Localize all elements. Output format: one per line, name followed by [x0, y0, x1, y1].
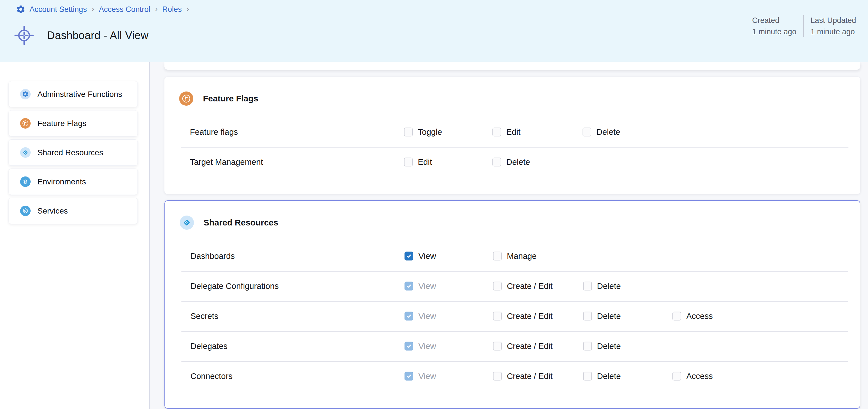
checkbox-label: Delete: [596, 128, 620, 137]
breadcrumb-account-settings[interactable]: Account Settings: [29, 5, 87, 14]
sidebar-item-environments[interactable]: Environments: [8, 169, 138, 195]
sidebar-item-label: Shared Resources: [37, 148, 103, 157]
checkbox[interactable]: [493, 252, 502, 261]
checkbox[interactable]: [493, 282, 502, 291]
sidebar-item-shared-resources[interactable]: Shared Resources: [8, 139, 138, 166]
sidebar-item-feature-flags[interactable]: Feature Flags: [8, 110, 138, 137]
permission-view[interactable]: View: [405, 251, 436, 261]
flag-icon: [179, 92, 193, 106]
permission-access[interactable]: Access: [673, 372, 713, 381]
checkbox-label: Create / Edit: [507, 281, 553, 291]
last-updated-value: 1 minute ago: [810, 26, 856, 37]
breadcrumb: Account Settings › Access Control › Role…: [16, 4, 190, 14]
checkbox[interactable]: [583, 372, 592, 381]
permission-row: Delegate Configurations View Create / Ed…: [165, 271, 860, 301]
checkbox-label: View: [418, 342, 436, 351]
checkbox: [405, 372, 413, 381]
gear-icon: [20, 89, 31, 99]
checkbox-label: View: [418, 251, 436, 261]
permission-access[interactable]: Access: [673, 312, 713, 321]
checkbox[interactable]: [583, 312, 592, 320]
breadcrumb-separator-icon: ›: [186, 4, 190, 13]
sidebar-item-adminstrative-functions[interactable]: Adminstrative Functions: [8, 81, 138, 107]
permission-cards: Feature Flags Feature flags Toggle Edit …: [164, 77, 860, 409]
permission-delete[interactable]: Delete: [492, 158, 530, 167]
resource-name: Feature flags: [190, 128, 238, 137]
card-title: Shared Resources: [204, 218, 278, 228]
resource-name: Target Management: [190, 158, 263, 167]
breadcrumb-separator-icon: ›: [154, 4, 158, 13]
checkbox-label: Toggle: [418, 128, 442, 137]
layers-icon: [20, 176, 31, 187]
permission-delete[interactable]: Delete: [583, 342, 621, 351]
permission-edit[interactable]: Edit: [404, 158, 432, 167]
checkbox-label: View: [418, 281, 436, 291]
checkbox[interactable]: [492, 128, 501, 137]
checkbox-label: Access: [686, 372, 713, 381]
page-header: Account Settings › Access Control › Role…: [0, 0, 868, 62]
checkbox[interactable]: [493, 372, 502, 381]
checkbox[interactable]: [673, 312, 681, 320]
timestamps: Created 1 minute ago Last Updated 1 minu…: [745, 15, 863, 37]
breadcrumb-access-control[interactable]: Access Control: [99, 5, 151, 14]
permission-create-edit[interactable]: Create / Edit: [493, 342, 553, 351]
permission-delete[interactable]: Delete: [583, 312, 621, 321]
permission-edit[interactable]: Edit: [492, 128, 521, 137]
permission-delete[interactable]: Delete: [583, 128, 620, 137]
sidebar-item-services[interactable]: Services: [8, 198, 138, 224]
diamond-dots-icon: [20, 147, 31, 158]
resource-name: Connectors: [190, 372, 232, 381]
checkbox[interactable]: [404, 158, 413, 167]
permission-manage[interactable]: Manage: [493, 251, 537, 261]
permission-view: View: [405, 342, 436, 351]
permission-row: Secrets View Create / Edit Delete Access: [165, 301, 860, 331]
permission-delete[interactable]: Delete: [583, 372, 621, 381]
checkbox[interactable]: [673, 372, 681, 381]
checkbox[interactable]: [493, 342, 502, 351]
breadcrumb-roles[interactable]: Roles: [162, 5, 182, 14]
role-crosshair-icon: [13, 25, 35, 46]
permission-toggle[interactable]: Toggle: [404, 128, 442, 137]
sidebar-item-label: Feature Flags: [37, 119, 87, 128]
last-updated-block: Last Updated 1 minute ago: [804, 15, 863, 37]
checkbox-label: Delete: [506, 158, 530, 167]
checkbox-label: Delete: [597, 281, 621, 291]
permission-card-feature-flags: Feature Flags Feature flags Toggle Edit …: [164, 77, 860, 194]
created-label: Created: [752, 15, 796, 26]
resource-group-sidebar: Adminstrative Functions Feature Flags Sh…: [0, 62, 150, 409]
permission-rows: Feature flags Toggle Edit Delete Target …: [164, 117, 860, 177]
resource-name: Delegates: [190, 342, 228, 351]
page-title: Dashboard - All View: [47, 30, 149, 42]
checkbox[interactable]: [583, 282, 592, 291]
permission-rows: Dashboards View Manage Delegate Configur…: [165, 241, 860, 391]
permission-create-edit[interactable]: Create / Edit: [493, 281, 553, 291]
permission-create-edit[interactable]: Create / Edit: [493, 312, 553, 321]
permission-row: Delegates View Create / Edit Delete: [165, 331, 860, 361]
permission-row: Connectors View Create / Edit Delete Acc…: [165, 361, 860, 391]
account-settings-gear-icon[interactable]: [16, 4, 26, 14]
role-title-row: Dashboard - All View: [13, 25, 149, 46]
sidebar-item-label: Environments: [37, 177, 86, 186]
checkbox[interactable]: [493, 312, 502, 320]
permissions-panel: Feature Flags Feature flags Toggle Edit …: [150, 62, 868, 409]
checkbox-label: Access: [686, 312, 713, 321]
checkbox-label: Edit: [506, 128, 521, 137]
card-header: Shared Resources: [165, 201, 860, 241]
checkbox[interactable]: [404, 128, 413, 137]
permission-row: Dashboards View Manage: [165, 241, 860, 271]
permission-row: Target Management Edit Delete: [164, 147, 860, 177]
checkbox[interactable]: [583, 128, 591, 137]
hexagon-icon: [20, 206, 31, 216]
checkbox-label: Create / Edit: [507, 342, 553, 351]
resource-name: Dashboards: [190, 251, 235, 261]
permission-view: View: [405, 312, 436, 321]
created-block: Created 1 minute ago: [745, 15, 803, 37]
permission-create-edit[interactable]: Create / Edit: [493, 372, 553, 381]
checkbox[interactable]: [492, 158, 501, 167]
checkbox[interactable]: [405, 252, 413, 261]
checkbox-label: Delete: [597, 342, 621, 351]
permission-delete[interactable]: Delete: [583, 281, 621, 291]
checkbox[interactable]: [583, 342, 592, 351]
flag-icon: [20, 118, 31, 129]
checkbox-label: Manage: [507, 251, 537, 261]
